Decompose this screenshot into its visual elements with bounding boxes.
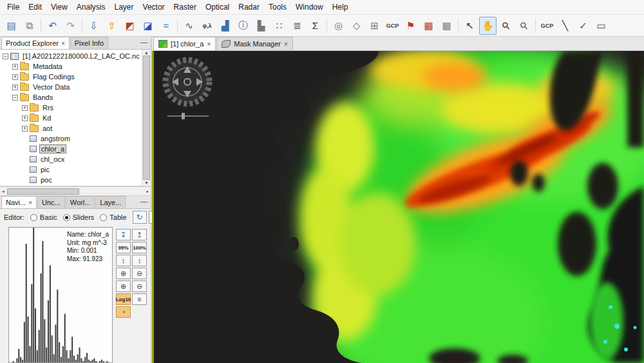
sigma-statistics-button[interactable]: Σ bbox=[307, 17, 324, 35]
tree-node-chl-ocx[interactable]: chl_ocx bbox=[0, 154, 142, 164]
minimize-panel-icon[interactable]: — bbox=[140, 197, 147, 205]
gcp-manager-button[interactable]: GCP bbox=[384, 17, 401, 35]
geo-coding-button[interactable]: φ,λ bbox=[198, 17, 216, 35]
close-icon[interactable]: × bbox=[28, 199, 32, 206]
zoom-slider[interactable] bbox=[167, 113, 209, 119]
menu-tools[interactable]: Tools bbox=[264, 1, 291, 13]
geometry-tool-button[interactable]: ◇ bbox=[348, 17, 365, 35]
band-maths-red-button[interactable]: ◩ bbox=[121, 17, 138, 35]
tree-expander-icon[interactable]: + bbox=[22, 105, 28, 111]
minimize-panel-icon[interactable]: — bbox=[140, 38, 147, 46]
tree-node-chlor-a[interactable]: chlor_a bbox=[0, 144, 142, 154]
tab-laye[interactable]: Laye... bbox=[95, 196, 126, 208]
tree-node-aot[interactable]: +aot bbox=[0, 123, 142, 133]
import-colour-palette-button[interactable]: ↧ bbox=[116, 229, 131, 240]
tree-node-poc[interactable]: poc bbox=[0, 175, 142, 185]
menu-help[interactable]: Help bbox=[328, 1, 353, 13]
menu-window[interactable]: Window bbox=[291, 1, 328, 13]
tree-node-vector-data[interactable]: +Vector Data bbox=[0, 82, 142, 92]
zoom-in-horizontal-button[interactable]: ⊕ bbox=[116, 280, 131, 292]
copy-view-button[interactable]: ⧉ bbox=[21, 17, 38, 35]
tree-expander-icon[interactable]: + bbox=[12, 64, 18, 70]
redo-button[interactable]: ↷ bbox=[62, 17, 79, 35]
reset-editor-button[interactable]: ↻ bbox=[133, 211, 147, 224]
close-icon[interactable]: × bbox=[61, 40, 65, 47]
log10-toggle-button[interactable]: Log10 bbox=[116, 293, 131, 305]
menu-view[interactable]: View bbox=[46, 1, 72, 13]
histogram-view-button[interactable]: ▟ bbox=[216, 17, 234, 35]
scroll-right-icon[interactable]: ▸ bbox=[146, 189, 149, 194]
menu-file[interactable]: File bbox=[3, 1, 24, 13]
profile-plot-button[interactable]: ≣ bbox=[289, 17, 306, 35]
tree-node-flag-codings[interactable]: +Flag Codings bbox=[0, 72, 142, 82]
editor-radio-sliders[interactable]: Sliders bbox=[63, 213, 95, 221]
scroll-up-icon[interactable]: ▲ bbox=[144, 50, 149, 55]
scroll-down-icon[interactable]: ▼ bbox=[144, 181, 149, 185]
editor-radio-basic[interactable]: Basic bbox=[30, 213, 57, 221]
tree-node-rrs[interactable]: +Rrs bbox=[0, 103, 142, 113]
tree-expander-icon[interactable]: + bbox=[12, 74, 18, 80]
menu-radar[interactable]: Radar bbox=[234, 1, 264, 13]
doc-tab-1-chlor-a[interactable]: [1] chlor_a× bbox=[153, 37, 216, 50]
range-95-button[interactable]: 95% bbox=[116, 242, 131, 253]
tree-node-metadata[interactable]: +Metadata bbox=[0, 61, 142, 72]
palette-info-button[interactable]: ◔ bbox=[116, 306, 131, 318]
tree-expander-icon[interactable]: + bbox=[22, 115, 28, 121]
select-tool-button[interactable]: ↖ bbox=[461, 17, 478, 35]
pin-manager-button[interactable]: ▦ bbox=[420, 17, 437, 35]
export-colour-palette-button[interactable]: ↥ bbox=[132, 229, 147, 240]
undo-button[interactable]: ↶ bbox=[44, 17, 61, 35]
tab-product-explorer[interactable]: Product Explorer× bbox=[1, 37, 70, 49]
export-image-button[interactable]: ▤ bbox=[3, 17, 20, 35]
pin-tool-button[interactable]: ⚑ bbox=[402, 17, 419, 35]
stretch-vertical-button[interactable]: ↕ bbox=[116, 255, 131, 266]
scroll-thumb[interactable] bbox=[143, 55, 150, 180]
histogram-plot[interactable]: Name: chlor_a Unit: mg m^-3 Min: 0.001 M… bbox=[8, 227, 113, 363]
menu-raster[interactable]: Raster bbox=[169, 1, 201, 13]
tree-node-angstrom[interactable]: angstrom bbox=[0, 133, 142, 144]
tab-pixel-info[interactable]: Pixel Info bbox=[70, 37, 108, 49]
tree-node-1-a2021222180000-l2-lac-oc-nc[interactable]: −[1] A2021222180000.L2_LAC_OC.nc bbox=[0, 51, 142, 61]
monitor-button[interactable]: ▭ bbox=[592, 17, 610, 35]
band-maths-blue-button[interactable]: ◪ bbox=[139, 17, 156, 35]
scroll-left-icon[interactable]: ◂ bbox=[2, 189, 5, 194]
tree-expander-icon[interactable]: + bbox=[22, 126, 28, 132]
menu-vector[interactable]: Vector bbox=[138, 1, 169, 13]
spectrum-view-button[interactable]: ∿ bbox=[180, 17, 198, 35]
tree-node-pic[interactable]: pic bbox=[0, 164, 142, 175]
information-button[interactable]: ⓘ bbox=[234, 17, 252, 35]
statistics-button[interactable]: ▙ bbox=[252, 17, 270, 35]
scroll-thumb[interactable] bbox=[7, 188, 79, 195]
tree-node-ipar[interactable]: ipar bbox=[0, 185, 142, 186]
export-product-button[interactable]: ⇧ bbox=[103, 17, 120, 35]
validate-button[interactable]: ✓ bbox=[574, 17, 592, 35]
doc-tab-mask-manager[interactable]: Mask Manager× bbox=[216, 37, 293, 50]
seadas-processing-button[interactable]: ≈ bbox=[157, 17, 175, 35]
tree-node-kd[interactable]: +Kd bbox=[0, 113, 142, 123]
line-measure-button[interactable]: ╲ bbox=[556, 17, 574, 35]
close-icon[interactable]: × bbox=[284, 41, 288, 48]
evenly-distribute-button[interactable]: ≡ bbox=[132, 293, 147, 305]
tree-horizontal-scrollbar[interactable]: ◂ ▸ bbox=[0, 186, 151, 196]
image-view-canvas[interactable] bbox=[152, 51, 644, 363]
zoom-out-vertical-button[interactable]: ⊖ bbox=[132, 268, 147, 279]
mask-geometry-button[interactable]: ◎ bbox=[330, 17, 347, 35]
tie-point-grid-button[interactable]: ⊞ bbox=[366, 17, 383, 35]
menu-edit[interactable]: Edit bbox=[24, 1, 46, 13]
close-icon[interactable]: × bbox=[207, 41, 211, 48]
menu-analysis[interactable]: Analysis bbox=[72, 1, 110, 13]
tab-navi[interactable]: Navi...× bbox=[1, 196, 37, 208]
zoom-in-vertical-button[interactable]: ⊕ bbox=[116, 268, 131, 279]
zoom-all-button[interactable]: ⚲ bbox=[511, 13, 536, 38]
editor-radio-table[interactable]: Table bbox=[100, 213, 126, 221]
tab-unc[interactable]: Unc... bbox=[37, 196, 65, 208]
tree-expander-icon[interactable]: − bbox=[12, 95, 18, 101]
range-100-button[interactable]: 100% bbox=[132, 242, 147, 253]
tab-worl[interactable]: Worl... bbox=[66, 196, 95, 208]
scatter-plot-button[interactable]: ∷ bbox=[270, 17, 288, 35]
tree-vertical-scrollbar[interactable]: ▲ ▼ bbox=[142, 50, 151, 186]
tree-expander-icon[interactable]: + bbox=[12, 84, 18, 90]
navigation-compass[interactable] bbox=[157, 54, 219, 124]
menu-optical[interactable]: Optical bbox=[201, 1, 234, 13]
shrink-vertical-button[interactable]: ↕ bbox=[132, 255, 147, 266]
